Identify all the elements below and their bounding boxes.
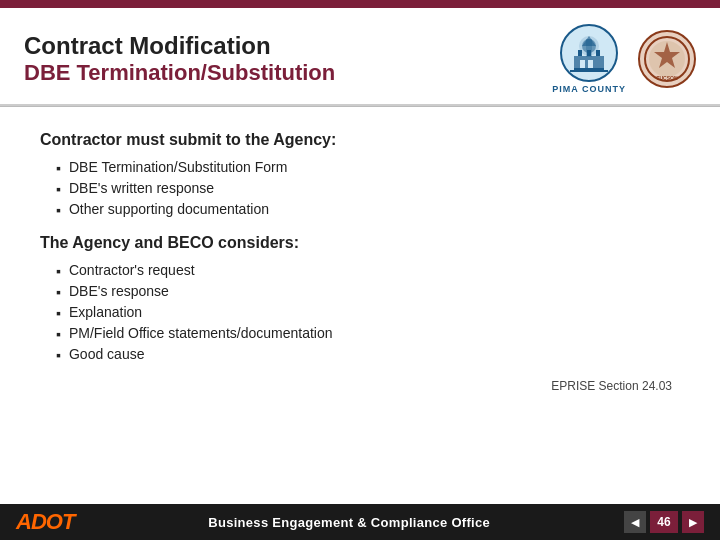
- adot-logo: ADOT: [16, 509, 74, 535]
- svg-rect-4: [596, 50, 600, 56]
- prev-button[interactable]: ◀: [624, 511, 646, 533]
- list-item: Other supporting documentation: [56, 199, 680, 220]
- pima-county-logo-circle: [560, 24, 618, 82]
- list-item: Explanation: [56, 302, 680, 323]
- eprise-note: EPRISE Section 24.03: [40, 379, 680, 393]
- header-divider: [0, 106, 720, 107]
- footer-nav: ◀ 46 ▶: [624, 511, 704, 533]
- main-content: Contractor must submit to the Agency: DB…: [0, 117, 720, 401]
- footer-center-text: Business Engagement & Compliance Office: [208, 515, 490, 530]
- svg-text:TUCSON: TUCSON: [656, 75, 678, 81]
- tucson-logo: TUCSON: [638, 30, 696, 88]
- section1-bullets: DBE Termination/Substitution Form DBE's …: [40, 157, 680, 220]
- header-logos: PIMA COUNTY TUCSON: [552, 24, 696, 94]
- page-number: 46: [650, 511, 678, 533]
- section1-title: Contractor must submit to the Agency:: [40, 131, 680, 149]
- svg-rect-9: [580, 60, 585, 68]
- pima-county-building-icon: [564, 28, 614, 78]
- list-item: DBE Termination/Substitution Form: [56, 157, 680, 178]
- svg-rect-11: [570, 70, 608, 72]
- footer: ADOT Business Engagement & Compliance Of…: [0, 504, 720, 540]
- list-item: PM/Field Office statements/documentation: [56, 323, 680, 344]
- header: Contract Modification DBE Termination/Su…: [0, 8, 720, 106]
- list-item: DBE's written response: [56, 178, 680, 199]
- tucson-logo-circle: TUCSON: [638, 30, 696, 88]
- header-title-main: Contract Modification: [24, 32, 335, 60]
- tucson-seal-icon: TUCSON: [642, 34, 692, 84]
- svg-rect-2: [578, 50, 582, 56]
- header-title-sub: DBE Termination/Substitution: [24, 60, 335, 86]
- section2-bullets: Contractor's request DBE's response Expl…: [40, 260, 680, 365]
- list-item: DBE's response: [56, 281, 680, 302]
- adot-logo-container: ADOT: [16, 509, 74, 535]
- pima-county-logo: PIMA COUNTY: [552, 24, 626, 94]
- header-titles: Contract Modification DBE Termination/Su…: [24, 32, 335, 86]
- pima-county-label: PIMA COUNTY: [552, 84, 626, 94]
- list-item: Good cause: [56, 344, 680, 365]
- svg-rect-10: [588, 60, 593, 68]
- next-button[interactable]: ▶: [682, 511, 704, 533]
- section2-title: The Agency and BECO considers:: [40, 234, 680, 252]
- top-bar: [0, 0, 720, 8]
- list-item: Contractor's request: [56, 260, 680, 281]
